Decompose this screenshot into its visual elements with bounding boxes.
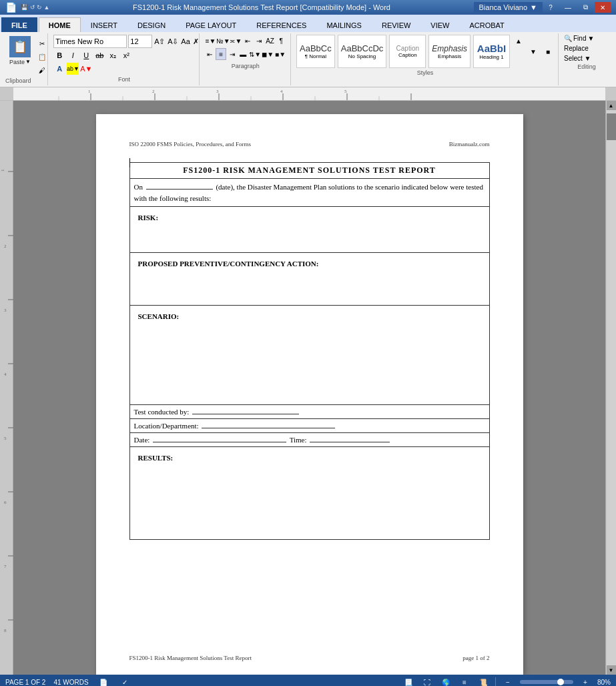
proposed-content[interactable] <box>134 269 485 302</box>
zoom-out-button[interactable]: − <box>501 676 515 686</box>
zoom-slider[interactable] <box>520 680 573 684</box>
style-emphasis[interactable]: Emphasis Emphasis <box>428 35 471 68</box>
tab-home[interactable]: HOME <box>39 17 81 32</box>
select-button[interactable]: Select ▼ <box>564 55 609 62</box>
style-caption[interactable]: Caption Caption <box>389 35 426 68</box>
print-layout-button[interactable]: 📃 <box>402 676 415 686</box>
scroll-up-button[interactable]: ▲ <box>607 101 616 110</box>
numbering-button[interactable]: №▼ <box>217 35 229 47</box>
tab-review[interactable]: REVIEW <box>372 17 420 32</box>
font-size-input[interactable]: 12 <box>128 35 152 48</box>
tab-file[interactable]: FILE <box>1 17 37 32</box>
risk-cell[interactable]: RISK: <box>129 207 489 253</box>
test-conducted-field[interactable] <box>192 414 299 414</box>
date-entry-field[interactable] <box>153 442 286 442</box>
cursor-area[interactable] <box>129 158 490 162</box>
clipboard-content: 📋 Paste ▼ ✂ 📋 🖌 <box>5 35 48 76</box>
time-field[interactable] <box>310 442 390 442</box>
status-divider <box>495 677 496 686</box>
tab-insert[interactable]: INSERT <box>81 17 127 32</box>
risk-content[interactable] <box>134 223 485 250</box>
tab-references[interactable]: REFERENCES <box>246 17 316 32</box>
show-formatting-button[interactable]: ¶ <box>276 35 286 47</box>
font-name-input[interactable]: Times New Ro <box>53 35 127 48</box>
title-cell[interactable]: FS1200-1 RISK MANAGEMENT SOLUTIONS TEST … <box>129 163 489 179</box>
superscript-button[interactable]: x² <box>120 49 132 61</box>
tab-mailings[interactable]: MAILINGS <box>316 17 372 32</box>
style-no-spacing[interactable]: AaBbCcDc No Spacing <box>338 35 387 68</box>
font-section: Times New Ro 12 A⇧ A⇩ Aa ✗ B I U ab x₂ x… <box>49 33 199 85</box>
align-right-button[interactable]: ⇥ <box>227 48 238 60</box>
scroll-thumb[interactable] <box>607 113 616 140</box>
spelling-icon[interactable]: ✓ <box>118 676 131 686</box>
align-left-button[interactable]: ⇤ <box>205 48 216 60</box>
sort-button[interactable]: AZ <box>265 35 276 47</box>
tab-acrobat[interactable]: ACROBAT <box>459 17 514 32</box>
font-grow-button[interactable]: A⇧ <box>153 35 166 47</box>
align-center-button[interactable]: ≡ <box>216 48 226 60</box>
find-dropdown[interactable]: ▼ <box>587 35 594 42</box>
style-default[interactable]: AaBbCc ¶ Normal <box>296 35 335 68</box>
test-conducted-cell[interactable]: Test conducted by: <box>129 405 489 419</box>
justify-button[interactable]: ▬ <box>238 48 249 60</box>
track-changes-icon[interactable]: 📄 <box>97 676 110 686</box>
shading-button[interactable]: ◼▼ <box>262 48 274 60</box>
borders-button[interactable]: ■▼ <box>274 48 286 60</box>
location-cell[interactable]: Location/Department: <box>129 419 489 433</box>
tab-view[interactable]: VIEW <box>420 17 459 32</box>
strikethrough-button[interactable]: ab <box>93 49 105 61</box>
paste-dropdown[interactable]: ▼ <box>25 59 31 65</box>
outline-button[interactable]: ≡ <box>458 676 471 686</box>
cut-button[interactable]: ✂ <box>36 37 48 49</box>
clear-format-button[interactable]: ✗ <box>192 35 200 47</box>
multilevel-button[interactable]: ≍▼ <box>230 35 242 47</box>
full-screen-button[interactable]: ⛶ <box>420 676 434 686</box>
scenario-content[interactable] <box>134 322 485 402</box>
zoom-thumb[interactable] <box>557 679 564 685</box>
change-case-button[interactable]: Aa <box>180 35 190 47</box>
paste-button[interactable]: 📋 Paste ▼ <box>5 35 35 76</box>
test-conducted-row: Test conducted by: <box>129 405 489 419</box>
intro-cell[interactable]: On (date), the Disaster Management Plan … <box>129 179 489 207</box>
font-shrink-button[interactable]: A⇩ <box>167 35 179 47</box>
user-chevron[interactable]: ▼ <box>530 3 537 11</box>
proposed-cell[interactable]: PROPOSED PREVENTIVE/CONTINGENCY ACTION: <box>129 253 489 306</box>
font-color-button[interactable]: A▼ <box>80 63 92 75</box>
date-time-cell[interactable]: Date: Time: <box>129 433 489 447</box>
styles-scroll-up[interactable]: ▲ <box>513 35 525 47</box>
results-cell[interactable]: RESULTS: <box>129 447 489 540</box>
close-button[interactable]: ✕ <box>595 2 611 13</box>
scroll-down-button[interactable]: ▼ <box>607 665 616 675</box>
draft-button[interactable]: 📜 <box>477 676 490 686</box>
restore-button[interactable]: ⧉ <box>577 2 593 13</box>
tab-page-layout[interactable]: PAGE LAYOUT <box>176 17 246 32</box>
highlight-button[interactable]: ab▼ <box>67 63 79 75</box>
decrease-indent-button[interactable]: ⇤ <box>242 35 253 47</box>
help-button[interactable]: ? <box>543 2 559 13</box>
minimize-button[interactable]: — <box>560 2 576 13</box>
scenario-cell[interactable]: SCENARIO: <box>129 306 489 405</box>
format-painter-button[interactable]: 🖌 <box>36 64 48 76</box>
style-heading1[interactable]: AaBbI Heading 1 <box>473 35 510 68</box>
underline-button[interactable]: U <box>80 49 92 61</box>
copy-button[interactable]: 📋 <box>36 51 48 63</box>
subscript-button[interactable]: x₂ <box>107 49 119 61</box>
text-effects-button[interactable]: A <box>53 63 65 75</box>
results-content[interactable] <box>134 463 485 537</box>
replace-button[interactable]: Replace <box>564 45 609 52</box>
styles-expand[interactable]: ■ <box>542 45 554 57</box>
line-spacing-button[interactable]: ⇅▼ <box>249 48 261 60</box>
document-title: FS1200-1 RISK MANAGEMENT SOLUTIONS TEST … <box>183 165 436 175</box>
location-field[interactable] <box>202 428 335 428</box>
tab-design[interactable]: DESIGN <box>127 17 176 32</box>
increase-indent-button[interactable]: ⇥ <box>254 35 264 47</box>
find-button[interactable]: 🔍 Find ▼ <box>564 35 609 42</box>
bold-button[interactable]: B <box>53 49 65 61</box>
zoom-in-button[interactable]: + <box>579 676 592 686</box>
date-field[interactable] <box>146 189 213 190</box>
italic-button[interactable]: I <box>67 49 79 61</box>
scroll-track[interactable] <box>607 110 616 665</box>
web-layout-button[interactable]: 🌎 <box>439 676 452 686</box>
styles-scroll-down[interactable]: ▼ <box>527 45 539 57</box>
bullets-button[interactable]: ≡▼ <box>205 35 217 47</box>
